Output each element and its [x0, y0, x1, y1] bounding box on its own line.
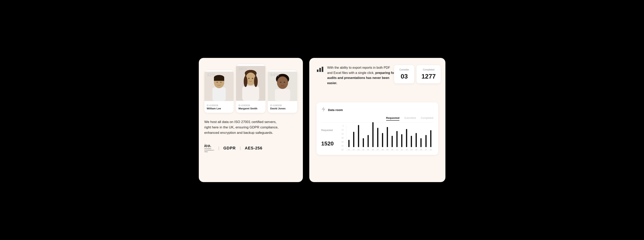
percent-3: 64% — [270, 72, 279, 78]
bar-11 — [396, 131, 398, 147]
chart-body: Requested 1520 60 50 40 30 20 10 0 — [321, 125, 434, 151]
bar-9 — [387, 127, 388, 147]
bar-13 — [406, 129, 407, 147]
completed-value: 1277 — [422, 73, 436, 80]
completed-label: Completed — [422, 68, 436, 71]
data-room-header: Data room — [321, 106, 434, 113]
svg-point-7 — [220, 82, 222, 83]
consider-value: 03 — [399, 73, 410, 80]
svg-point-6 — [216, 82, 218, 83]
bar-5 — [368, 135, 369, 147]
bar-col-6: 06 — [371, 122, 375, 151]
x-label-14: 14 — [410, 149, 412, 151]
x-label-2: 02 — [353, 149, 355, 151]
bar-2 — [353, 132, 354, 147]
svg-point-28 — [279, 85, 286, 88]
stat-consider: Consider 03 — [394, 65, 414, 83]
svg-rect-9 — [242, 86, 259, 101]
bar-12 — [401, 134, 402, 147]
chart-area: 60 50 40 30 20 10 0 01020304050607080910… — [340, 125, 434, 151]
y-axis: 60 50 40 30 20 10 0 — [340, 125, 345, 151]
bar-col-7: 07 — [376, 128, 380, 151]
card-info-2: ID #1083038 Margaret Smith — [236, 102, 266, 113]
id-1: ID #1083038 — [207, 104, 232, 107]
consider-label: Consider — [399, 68, 410, 71]
chart-icon — [316, 66, 324, 74]
bar-7 — [377, 128, 378, 147]
x-label-3: 03 — [358, 149, 360, 151]
lightning-icon — [321, 106, 326, 113]
bar-10 — [392, 136, 393, 147]
x-label-18: 18 — [430, 149, 432, 151]
ico-badge: ico. Information Commissioner's Office — [204, 144, 214, 153]
svg-point-18 — [254, 76, 258, 87]
stat-completed: Completed 1277 — [416, 65, 440, 83]
bar-col-15: 15 — [414, 133, 418, 151]
stats-cards: Consider 03 Completed 1277 — [394, 65, 440, 83]
svg-rect-20 — [275, 89, 290, 101]
x-label-12: 12 — [401, 149, 403, 151]
name-1: William Lee — [207, 107, 232, 110]
id-2: ID #1083038 — [238, 104, 263, 107]
x-label-13: 13 — [406, 149, 408, 151]
row-value: 1520 — [321, 140, 337, 147]
export-text: With the ability to export reports in bo… — [327, 65, 395, 86]
bar-col-10: 10 — [390, 136, 394, 151]
tab-requested[interactable]: Requested — [386, 116, 399, 121]
bars-container: 010203040506070809101112131415161718 — [346, 125, 434, 151]
name-2: Margaret Smith — [238, 107, 263, 110]
screen: 32% — [182, 50, 462, 190]
x-label-6: 06 — [372, 149, 374, 151]
svg-rect-5 — [214, 78, 224, 81]
card-info-3: ID #1083038 David Jones — [268, 102, 297, 113]
chart-label-col: Requested 1520 — [321, 129, 337, 151]
bar-8 — [382, 133, 383, 147]
svg-point-17 — [244, 76, 248, 87]
right-panel: With the ability to export reports in bo… — [309, 58, 446, 182]
left-panel: 32% — [199, 58, 303, 182]
bar-col-14: 14 — [410, 136, 413, 151]
tab-completed[interactable]: Completed — [421, 116, 434, 121]
bar-col-16: 16 — [419, 138, 423, 151]
aes-badge: AES-256 — [245, 146, 262, 150]
bar-col-5: 05 — [366, 135, 370, 151]
svg-point-26 — [280, 82, 281, 83]
data-room-title: Data room — [328, 108, 343, 112]
bar-1 — [348, 140, 350, 147]
bar-col-4: 04 — [362, 138, 365, 151]
bar-17 — [426, 135, 426, 147]
bar-4 — [363, 138, 364, 147]
separator-2: | — [240, 146, 241, 150]
x-label-5: 05 — [367, 149, 369, 151]
chart-tabs: Requested Submitted Completed — [321, 116, 434, 122]
gdpr-badge: GDPR — [224, 146, 236, 150]
x-label-8: 08 — [382, 149, 384, 151]
bar-col-13: 13 — [405, 129, 408, 151]
svg-rect-31 — [322, 67, 323, 72]
separator-1: | — [218, 146, 220, 150]
security-text: We host all data on ISO 27001 certified … — [204, 119, 280, 136]
bar-14 — [411, 136, 412, 147]
profile-card-3: 64% — [268, 70, 297, 113]
svg-point-27 — [284, 82, 285, 83]
bar-col-9: 09 — [386, 127, 389, 151]
id-3: ID #1083038 — [270, 104, 295, 107]
bar-col-18: 18 — [429, 130, 432, 151]
badges: ico. Information Commissioner's Office |… — [204, 144, 297, 153]
bar-3 — [358, 125, 359, 147]
x-label-11: 11 — [396, 149, 398, 151]
data-room-card: Data room Requested Submitted Completed … — [316, 102, 438, 155]
x-label-7: 07 — [377, 149, 379, 151]
x-label-15: 15 — [415, 149, 417, 151]
chart-with-yaxis: 60 50 40 30 20 10 0 01020304050607080910… — [340, 125, 434, 151]
bar-col-3: 03 — [357, 125, 360, 151]
svg-rect-2 — [212, 87, 226, 101]
profile-card-2: 88% — [236, 64, 266, 113]
tab-submitted[interactable]: Submitted — [404, 116, 416, 121]
card-info-1: ID #1083038 William Lee — [204, 102, 234, 113]
svg-rect-30 — [319, 68, 321, 72]
row-label: Requested — [321, 129, 337, 132]
x-label-10: 10 — [391, 149, 393, 151]
name-3: David Jones — [270, 107, 295, 110]
bar-col-1: 01 — [347, 140, 351, 151]
